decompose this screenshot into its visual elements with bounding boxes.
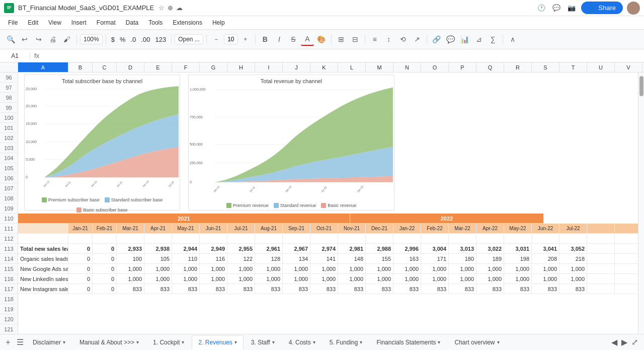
cell-124-E[interactable]: 1,000 [144,274,172,284]
cell-124-Q[interactable]: 1,000 [476,274,504,284]
cell-124-T[interactable]: 1,000 [559,274,587,284]
menu-file[interactable]: File [4,18,22,27]
cell-125-J[interactable]: 833 [283,284,310,294]
cell-123-T[interactable]: 1,000 [559,264,587,274]
cell-124-O[interactable]: 1,000 [421,274,449,284]
cell-125-R[interactable]: 833 [504,284,532,294]
cell-124-L[interactable]: 1,000 [338,274,366,284]
cell-123-R[interactable]: 1,000 [504,264,532,274]
tab-cockpit[interactable]: 1. Cockpit ▾ [146,335,191,349]
col-header-V[interactable]: V [615,62,642,72]
link-icon[interactable]: 🔗 [430,33,443,46]
cell-119-E[interactable]: Apr-21 [144,224,172,234]
cell-125-S[interactable]: 833 [532,284,559,294]
share-button[interactable]: 👤 Share [581,2,623,14]
decimal-increase-icon[interactable]: .00 [139,35,152,44]
cell-119-I[interactable]: Aug-21 [255,224,283,234]
cell-120-J[interactable] [283,234,310,244]
cell-121-K[interactable]: 2,974 [310,244,338,254]
cell-125-F[interactable]: 833 [172,284,200,294]
font-selector[interactable]: Open ... [175,34,203,44]
menu-edit[interactable]: Edit [24,18,42,27]
chart-icon[interactable]: 📊 [458,33,471,46]
menu-data[interactable]: Data [122,18,142,27]
camera-icon[interactable]: 📷 [568,4,576,12]
zoom-selector[interactable]: 100% [80,34,103,44]
cell-122-S[interactable]: 208 [532,254,559,264]
tab-expand-icon[interactable]: ⤢ [629,337,640,347]
cell-125-M[interactable]: 833 [366,284,393,294]
cell-122-B[interactable]: 0 [68,254,93,264]
cell-121-H[interactable]: 2,955 [227,244,255,254]
cell-120-I[interactable] [255,234,283,244]
comment-insert-icon[interactable]: 💬 [444,33,457,46]
col-header-J[interactable]: J [283,62,310,72]
cell-125-D[interactable]: 833 [117,284,144,294]
tab-chart-overview[interactable]: Chart overview ▾ [448,335,506,349]
col-header-E[interactable]: E [144,62,172,72]
cell-123-H[interactable]: 1,000 [227,264,255,274]
cell-118-M-2022[interactable]: 2022 [350,214,544,224]
font-color-icon[interactable]: A [301,33,314,46]
cell-123-K[interactable]: 1,000 [310,264,338,274]
menu-tools[interactable]: Tools [144,18,167,27]
text-rotation-icon[interactable]: ↗ [411,33,424,46]
menu-help[interactable]: Help [208,18,229,27]
cell-121-R[interactable]: 3,031 [504,244,532,254]
cell-124-M[interactable]: 1,000 [366,274,393,284]
row-96[interactable]: 96 [0,73,18,83]
cell-124-U[interactable] [587,274,615,284]
cell-121-F[interactable]: 2,944 [172,244,200,254]
cell-122-F[interactable]: 110 [172,254,200,264]
row-98[interactable]: 98 [0,93,18,103]
cell-121-D[interactable]: 2,933 [117,244,144,254]
cell-122-A[interactable]: Organic sales leads [18,254,68,264]
star-icon[interactable]: ☆ [158,4,165,12]
menu-extensions[interactable]: Extensions [169,18,206,27]
cell-120-E[interactable] [144,234,172,244]
cell-124-P[interactable]: 1,000 [449,274,476,284]
cell-119-C[interactable]: Feb-21 [93,224,117,234]
cell-120-M[interactable] [366,234,393,244]
paintformat-icon[interactable]: 🖌 [60,33,73,46]
search-icon[interactable]: 🔍 [4,33,17,46]
menu-view[interactable]: View [44,18,65,27]
cell-123-F[interactable]: 1,000 [172,264,200,274]
cell-119-K[interactable]: Oct-21 [310,224,338,234]
row-105[interactable]: 105 [0,163,18,173]
cell-121-A[interactable]: Total new sales leads [18,244,68,254]
strikethrough-icon[interactable]: S [287,33,300,46]
history-icon[interactable]: 🕐 [537,4,545,12]
font-size-decrease-icon[interactable]: − [210,33,223,46]
cell-122-P[interactable]: 180 [449,254,476,264]
cell-120-U[interactable] [587,234,615,244]
cell-123-O[interactable]: 1,000 [421,264,449,274]
cell-119-S[interactable]: Jun-22 [532,224,559,234]
row-102[interactable]: 102 [0,133,18,143]
row-109[interactable]: 109 [0,203,18,214]
row-110[interactable]: 110 [0,214,18,224]
cell-122-I[interactable]: 128 [255,254,283,264]
cell-120-L[interactable] [338,234,366,244]
font-size-increase-icon[interactable]: + [239,33,252,46]
currency-icon[interactable]: $ [109,35,117,44]
cell-123-E[interactable]: 1,000 [144,264,172,274]
cell-119-F[interactable]: May-21 [172,224,200,234]
cell-123-C[interactable]: 0 [93,264,117,274]
tab-nav-right[interactable]: ▶ [619,337,629,347]
cell-125-A[interactable]: New Instagram sales leads [18,284,68,294]
collapse-toolbar-icon[interactable]: ∧ [506,33,519,46]
cell-120-N[interactable] [393,234,421,244]
cell-120-S[interactable] [532,234,559,244]
function-icon[interactable]: ∑ [487,33,500,46]
col-header-I[interactable]: I [255,62,283,72]
italic-icon[interactable]: I [273,33,286,46]
cell-123-P[interactable]: 1,000 [449,264,476,274]
undo-icon[interactable]: ↩ [18,33,31,46]
cell-119-O[interactable]: Feb-22 [421,224,449,234]
cell-119-J[interactable]: Sep-21 [283,224,310,234]
col-header-K[interactable]: K [310,62,338,72]
col-header-O[interactable]: O [421,62,449,72]
row-117[interactable]: 117 [0,284,18,294]
cell-120-D[interactable] [117,234,144,244]
